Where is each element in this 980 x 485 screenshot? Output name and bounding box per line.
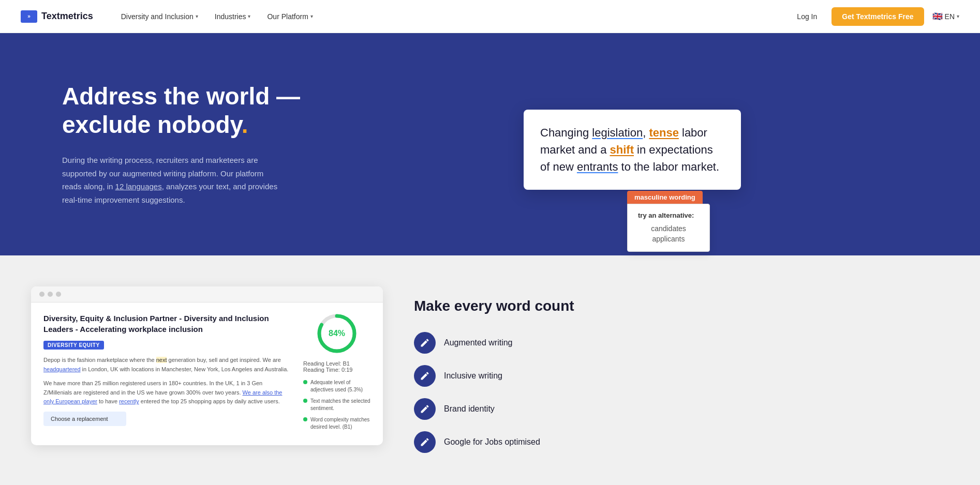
stat-dot [303, 399, 307, 403]
tooltip-body: try an alternative: candidates applicant… [627, 204, 710, 252]
stat-text-2: Word complexity matches desired level. (… [310, 416, 370, 431]
logo-icon: » [21, 10, 37, 23]
diversity-badge: DIVERSITY EQUITY [43, 341, 104, 350]
highlight-entrants: entrants [577, 160, 618, 173]
tooltip-alt-candidates[interactable]: candidates [638, 223, 699, 234]
nav-item-diversity[interactable]: Diversity and Inclusion ▾ [114, 8, 205, 25]
language-selector[interactable]: 🇬🇧 EN ▾ [932, 11, 959, 21]
tooltip-try-label: try an alternative: [638, 211, 699, 219]
browser-para1: Depop is the fashion marketplace where t… [43, 356, 291, 374]
browser-left-panel: Diversity, Equity & Inclusion Partner - … [43, 313, 291, 435]
stat-text-0: Adequate level of adjectives used (5.3%) [310, 379, 370, 393]
browser-para2: We have more than 25 million registered … [43, 379, 291, 406]
stat-item-1: Text matches the selected sentiment. [303, 398, 370, 412]
feature-google-jobs[interactable]: Google for Jobs optimised [414, 431, 939, 453]
score-circle-container: 84% [303, 313, 370, 354]
stat-item-2: Word complexity matches desired level. (… [303, 416, 370, 431]
stat-dot [303, 417, 307, 421]
google-jobs-icon [414, 431, 436, 453]
feature-brand-identity[interactable]: Brand identity [414, 398, 939, 420]
right-panel: Make every word count Augmented writing … [414, 286, 939, 464]
browser-dot-red [39, 292, 44, 297]
tooltip-alt-applicants[interactable]: applicants [638, 234, 699, 244]
browser-mockup: Diversity, Equity & Inclusion Partner - … [31, 286, 383, 445]
navbar: » Textmetrics Diversity and Inclusion ▾ … [0, 0, 980, 33]
highlight-shift: shift [610, 143, 634, 156]
nav-item-industries[interactable]: Industries ▾ [207, 8, 258, 25]
hero-content: Address the world — exclude nobody. Duri… [62, 82, 347, 206]
chevron-down-icon: ▾ [310, 13, 313, 19]
tooltip-tag: masculine wording [627, 191, 703, 204]
tooltip: masculine wording try an alternative: ca… [627, 191, 710, 252]
augmented-writing-icon [414, 332, 436, 354]
languages-link[interactable]: 12 languages [115, 182, 162, 191]
feature-label-1: Inclusive writing [444, 371, 502, 381]
chevron-down-icon: ▾ [248, 13, 250, 19]
hero-card-area: Changing legislation, tense labor market… [347, 99, 918, 190]
inclusive-writing-icon [414, 365, 436, 387]
reading-time: Reading Time: 0:19 [303, 367, 370, 373]
score-value: 84% [329, 329, 345, 338]
cta-button[interactable]: Get Textmetrics Free [831, 7, 924, 26]
highlight-legislation: legislation [592, 126, 643, 139]
browser-dot-green [56, 292, 61, 297]
navbar-actions: Log In Get Textmetrics Free 🇬🇧 EN ▾ [791, 7, 959, 26]
nav-item-platform[interactable]: Our Platform ▾ [260, 8, 320, 25]
login-button[interactable]: Log In [791, 8, 823, 25]
hero-title: Address the world — exclude nobody. [62, 82, 347, 139]
hero-section: Address the world — exclude nobody. Duri… [0, 33, 980, 255]
stat-item-0: Adequate level of adjectives used (5.3%) [303, 379, 370, 393]
lower-section: Diversity, Equity & Inclusion Partner - … [0, 255, 980, 485]
feature-augmented-writing[interactable]: Augmented writing [414, 332, 939, 354]
feature-label-0: Augmented writing [444, 338, 513, 347]
card-text: Changing legislation, tense labor market… [540, 124, 724, 175]
feature-label-3: Google for Jobs optimised [444, 437, 540, 447]
flag-icon: 🇬🇧 [932, 11, 943, 21]
browser-dot-yellow [48, 292, 53, 297]
feature-label-2: Brand identity [444, 404, 495, 414]
reading-level: Reading Level: B1 [303, 360, 370, 367]
headquartered-link[interactable]: headquartered [43, 366, 81, 372]
right-panel-title: Make every word count [414, 297, 939, 315]
score-circle: 84% [316, 313, 358, 354]
chevron-down-icon: ▾ [196, 13, 198, 19]
browser-right-panel: 84% Reading Level: B1 Reading Time: 0:19… [303, 313, 370, 435]
doc-title: Diversity, Equity & Inclusion Partner - … [43, 313, 291, 335]
browser-toolbar [31, 286, 383, 302]
feature-inclusive-writing[interactable]: Inclusive writing [414, 365, 939, 387]
logo-text: Textmetrics [41, 11, 93, 22]
reading-info: Reading Level: B1 Reading Time: 0:19 [303, 360, 370, 373]
text-card: Changing legislation, tense labor market… [524, 110, 741, 190]
nav-menu: Diversity and Inclusion ▾ Industries ▾ O… [114, 8, 791, 25]
hero-description: During the writing process, recruiters a… [62, 154, 279, 206]
browser-content: Diversity, Equity & Inclusion Partner - … [31, 302, 383, 445]
highlight-next: next [156, 357, 167, 363]
logo[interactable]: » Textmetrics [21, 10, 93, 23]
recently-link[interactable]: recently [119, 398, 139, 404]
replace-bar[interactable]: Choose a replacement [43, 412, 126, 426]
highlight-tense: tense [649, 126, 678, 139]
stat-dot [303, 380, 307, 384]
brand-identity-icon [414, 398, 436, 420]
stat-text-1: Text matches the selected sentiment. [310, 398, 370, 412]
chevron-down-icon: ▾ [957, 13, 959, 19]
